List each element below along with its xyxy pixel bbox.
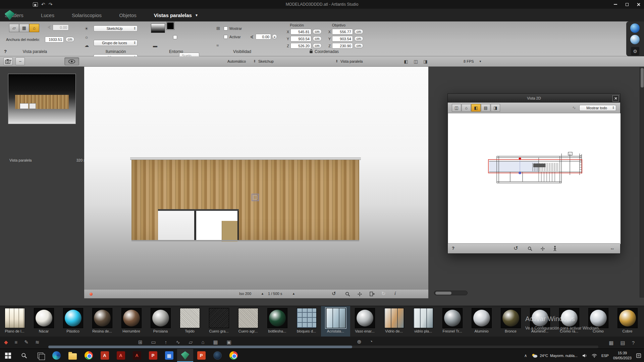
catalog-display-icon[interactable]: ▭	[151, 339, 156, 346]
vista-2d-titlebar[interactable]: Vista 2D	[448, 94, 620, 103]
catalog-scrollbar[interactable]	[48, 346, 598, 348]
pan-icon[interactable]	[540, 246, 545, 251]
catalog-building-icon[interactable]: ▦	[213, 339, 218, 346]
sort-arrows-icon[interactable]: ⇕	[335, 59, 338, 63]
catalog-item[interactable]: Nácar	[29, 306, 58, 337]
coordinate-input[interactable]: 545.81	[290, 29, 311, 35]
view-section-button[interactable]: ▤	[481, 104, 490, 112]
catalog-list-icon[interactable]: ≡	[15, 339, 18, 346]
background-gradient-swatch[interactable]	[151, 23, 165, 33]
catalog-item[interactable]: Tejido	[175, 306, 204, 337]
view-mode-elevation-button[interactable]: ⌂	[29, 24, 39, 32]
fps-caret-icon[interactable]: ▼	[479, 60, 482, 63]
render-settings-button[interactable]: ⚙	[631, 47, 639, 55]
catalog-link-icon[interactable]: ∿	[176, 339, 180, 346]
catalog-item[interactable]: bottlesha...	[263, 306, 292, 337]
shutter-value[interactable]: 1 / 500 s	[268, 292, 282, 296]
vista-2d-canvas[interactable]	[448, 113, 621, 244]
taskbar-app-autocad[interactable]: A	[97, 349, 113, 362]
suelo-checkbox[interactable]: ✓	[173, 35, 177, 39]
catalog-item[interactable]: bloques d...	[292, 306, 321, 337]
task-view-button[interactable]	[32, 349, 48, 362]
history-icon[interactable]: ◔	[370, 339, 373, 344]
catalog-item[interactable]: Cuero gra...	[204, 306, 233, 337]
catalog-item[interactable]: Resina de...	[88, 306, 117, 337]
taskbar-app-adobe[interactable]: A	[129, 349, 145, 362]
notification-icon[interactable]	[636, 353, 641, 358]
menu-tab[interactable]: Luces ▼	[41, 12, 54, 18]
layout-split-button[interactable]: ◫	[412, 58, 420, 65]
angle-spinner-button[interactable]: ▲	[272, 34, 277, 39]
layout-quad-button[interactable]: ◨	[421, 58, 430, 65]
catalog-item[interactable]: Vaso enar...	[350, 306, 379, 337]
rotation-angle-input[interactable]: 0.00	[53, 24, 69, 31]
undo-icon[interactable]: ↺	[514, 245, 518, 251]
coordinate-input[interactable]: 526.20	[290, 43, 311, 49]
catalog-filter-icon[interactable]: ≋	[35, 339, 40, 346]
taskbar-app-pdf[interactable]: P	[145, 349, 161, 362]
help-button[interactable]: ?	[4, 49, 7, 54]
catalog-cart-icon[interactable]: ▤	[620, 339, 625, 346]
undo-view-icon[interactable]: ↺	[332, 291, 336, 297]
walk-icon[interactable]	[553, 246, 557, 251]
remove-view-button[interactable]: −	[15, 57, 25, 65]
catalog-grid-icon[interactable]: ▦	[609, 339, 613, 346]
coordinate-input[interactable]: 556.77	[332, 29, 353, 35]
iso-value[interactable]: Iso 200	[239, 292, 251, 296]
activar-checkbox[interactable]: ✓	[224, 35, 228, 39]
taskbar-app-chrome[interactable]	[80, 349, 97, 362]
light-group-select[interactable]: Grupo de luces⇕	[94, 40, 138, 46]
iso-stepper-icon[interactable]: ▲	[261, 292, 264, 295]
coordinate-input[interactable]: 903.54	[290, 36, 311, 42]
start-button[interactable]	[0, 349, 16, 362]
add-view-button[interactable]	[3, 57, 13, 65]
heliodon-select[interactable]: SketchUp⇕	[94, 25, 138, 32]
catalog-media-icon[interactable]: ◆	[4, 339, 8, 346]
taskbar-search-button[interactable]	[16, 349, 32, 362]
taskbar-app-edge[interactable]	[48, 349, 64, 362]
visibility-toggle[interactable]	[64, 57, 79, 65]
catalog-item[interactable]: Plástico	[58, 306, 88, 337]
preview-render-button[interactable]	[630, 23, 640, 33]
sketchup-selector[interactable]: Sketchup	[258, 59, 274, 63]
taskbar-app-steam[interactable]	[209, 349, 225, 362]
catalog-item[interactable]: Bronce	[496, 306, 525, 337]
menu-tab[interactable]: Objetos ▼	[119, 12, 137, 18]
catalog-home-icon[interactable]: ⌂	[201, 339, 204, 346]
catalog-item[interactable]: Vidrio de...	[379, 306, 409, 337]
catalog-item[interactable]: Persiana	[146, 306, 175, 337]
model-width-input[interactable]: 1933.51	[45, 37, 64, 43]
language-indicator[interactable]: ESP	[601, 354, 609, 358]
network-icon[interactable]	[592, 354, 597, 358]
catalog-box-icon[interactable]: ▣	[227, 339, 231, 346]
help-button[interactable]: ?	[452, 246, 454, 251]
close-button[interactable]	[633, 0, 644, 9]
coordinate-input[interactable]: 903.54	[332, 36, 353, 42]
grid-angle-input[interactable]: 0.00	[256, 34, 271, 40]
view-selector[interactable]: Vista paralela	[340, 59, 363, 63]
catalog-item[interactable]: Plano de l...	[0, 306, 29, 337]
view-thumbnail[interactable]	[8, 74, 76, 124]
volume-icon[interactable]	[582, 354, 587, 358]
vista-2d-window[interactable]: Vista 2D ◫ ⌂ ◧ ▤ ◨ ∿ Mostrar todo⇕	[447, 94, 621, 254]
mostrar-checkbox[interactable]: ✓	[224, 26, 228, 31]
background-color-swatch[interactable]	[167, 22, 174, 29]
view-columns-button[interactable]: ◫	[452, 104, 461, 112]
catalog-item[interactable]: vidrio pla...	[409, 306, 438, 337]
pan-icon[interactable]	[357, 291, 363, 297]
catalog-item[interactable]: Aluminio...	[525, 306, 554, 337]
catalog-item[interactable]: Acristala...	[321, 306, 350, 337]
catalog-item[interactable]: Cobre	[613, 306, 642, 337]
layout-single-button[interactable]: ◧	[402, 58, 410, 65]
catalog-upload-icon[interactable]: ↑	[165, 339, 167, 346]
view-mode-perspective-button[interactable]: ▱	[9, 24, 19, 32]
catalog-help-icon[interactable]: ?	[632, 339, 635, 346]
catalog-item[interactable]: Cuero agr...	[233, 306, 263, 337]
zoom-icon[interactable]	[528, 246, 532, 251]
lock-icon[interactable]	[309, 49, 313, 54]
vista-2d-close-button[interactable]	[612, 95, 619, 102]
horizontal-scrollbar[interactable]	[434, 291, 468, 295]
show-filter-select[interactable]: Mostrar todo⇕	[579, 105, 616, 111]
shutter-stepper-icon[interactable]: ▲	[292, 292, 295, 295]
taskbar-app-artlantis[interactable]	[177, 349, 193, 362]
